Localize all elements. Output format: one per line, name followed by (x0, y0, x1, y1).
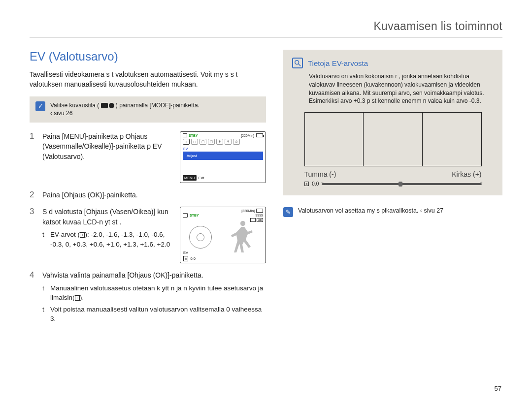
step-4-text: Vahvista valinta painamalla [Ohjaus (OK)… (42, 271, 203, 279)
sd-icon (183, 213, 188, 218)
figure-menu-screen: STBY [220Min] ± ◻ ▢ (180, 131, 266, 183)
fig1-bottom: MENU Exit (180, 173, 266, 183)
bullet-text: Voit poistaa manuaalisesti valitun valot… (50, 305, 266, 324)
mode-note-box: ✓ Valitse kuvaustila ( ) painamalla [MOD… (30, 96, 266, 123)
dark-label: Tumma (-) (304, 170, 336, 178)
slider-knob (399, 182, 402, 187)
step-body: Paina [MENU]-painiketta p Ohjaus (Vasemm… (42, 131, 174, 183)
bright-label: Kirkas (+) (452, 170, 481, 178)
chapter-title: Kuvaamisen lis toiminnot (30, 20, 502, 33)
menu-badge-icon: MENU (183, 175, 197, 181)
info-panel: Tietoja EV-arvosta Valotusarvo on valon … (283, 50, 502, 195)
right-column: Tietoja EV-arvosta Valotusarvo on valon … (283, 50, 502, 331)
exposure-scale-labels: Tumma (-) Kirkas (+) (304, 170, 482, 178)
step-body: Vahvista valinta painamalla [Ohjaus (OK)… (42, 270, 266, 324)
step-1: 1 Paina [MENU]-painiketta p Ohjaus (Vase… (30, 131, 266, 183)
ev-compensation-icon: ± (183, 256, 188, 261)
plus-icon: + (480, 180, 483, 186)
magnifier-icon (292, 58, 303, 68)
info-title: Tietoja EV-arvosta (308, 59, 368, 67)
silhouette-graphic (228, 218, 258, 256)
mode-note-suffix: ) painamalla [MODE]-painiketta. (116, 102, 200, 109)
arrow-right-icon: › (211, 235, 212, 240)
menu-item-adjust: Adjust (183, 152, 263, 160)
mode-icons (101, 103, 114, 108)
tab-icon: ⊙ (233, 139, 240, 145)
step-3-bullets: t EV-arvot (±): -2.0, -1.6, -1.3, -1.0, … (42, 230, 174, 249)
mode-note-ref: ‹ sivu 26 (50, 110, 72, 117)
sample-mid (364, 113, 423, 166)
ev-compensation-icon: ± (80, 232, 85, 238)
left-column: EV (Valotusarvo) Tavallisesti videokamer… (30, 50, 266, 331)
ev-values-prefix: EV-arvot ( (50, 231, 80, 238)
svg-point-0 (295, 61, 299, 64)
bullet-ev-values: t EV-arvot (±): -2.0, -1.6, -1.3, -1.0, … (42, 230, 174, 249)
page-number: 57 (495, 385, 501, 392)
step-number: 2 (30, 190, 36, 200)
ev-value: 0.0 (190, 256, 195, 261)
intro-text: Tavallisesti videokamera s t valotuksen … (30, 69, 266, 90)
step-body: Paina [Ohjaus (OK)]-painiketta. (42, 190, 266, 200)
note-icon: ✎ (283, 207, 293, 217)
nav-dial-icon: ‹ › (189, 226, 212, 249)
stby-label: STBY (190, 214, 199, 217)
exit-label: Exit (199, 176, 204, 180)
exposure-samples (304, 112, 482, 166)
bullet-marker: t (42, 305, 46, 324)
tab-icon: ▢ (208, 139, 215, 145)
bullet-marker: t (42, 283, 46, 303)
content-columns: EV (Valotusarvo) Tavallisesti videokamer… (30, 50, 502, 331)
footnote-text: Valotusarvon voi asettaa my s pikavaliko… (298, 207, 443, 214)
ev-bar-value: 0.0 (312, 181, 319, 187)
menu-item-ev: EV (180, 146, 266, 152)
ev-slider-bar: − + (322, 183, 481, 185)
ev-compensation-icon: ± (75, 295, 80, 301)
photo-mode-icon (109, 103, 114, 108)
step-3: 3 S d valotusta [Ohjaus (Vasen/Oikea)] k… (30, 207, 266, 263)
steps-list: 1 Paina [MENU]-painiketta p Ohjaus (Vase… (30, 131, 266, 324)
rec-time-label: [220Min] (241, 134, 254, 137)
step-3-text: S d valotusta [Ohjaus (Vasen/Oikea)] kun… (42, 208, 168, 225)
ev-label: EV (183, 250, 188, 255)
info-body: Valotusarvo on valon kokonaism r , jonka… (292, 72, 494, 105)
battery-icon (256, 209, 263, 213)
video-mode-icon (101, 103, 108, 108)
step-body: S d valotusta [Ohjaus (Vasen/Oikea)] kun… (42, 207, 174, 263)
stby-label: STBY (189, 134, 198, 137)
sd-icon (183, 133, 187, 137)
hd-badge: HD (257, 218, 263, 222)
step-2: 2 Paina [Ohjaus (OK)]-painiketta. (30, 190, 266, 200)
fig1-statusbar: STBY [220Min] (180, 132, 266, 139)
sample-bright (423, 113, 481, 166)
tab-ev-icon: ± (183, 139, 190, 145)
fig1-tabs: ± ◻ ▢ ▢ ✱ ⚘ ⊙ (180, 139, 266, 146)
check-icon: ✓ (35, 101, 45, 111)
mode-note-text: Valitse kuvaustila ( ) painamalla [MODE]… (50, 101, 200, 118)
step-number: 1 (30, 131, 36, 183)
battery-icon (256, 133, 263, 137)
shot-count-label: 9999 (255, 214, 263, 217)
mode-note-prefix: Valitse kuvaustila ( (50, 102, 99, 109)
figure-live-view: STBY [220Min] 9999 (180, 207, 266, 263)
svg-line-1 (299, 64, 300, 66)
tab-icon: ▢ (200, 139, 206, 145)
step-4: 4 Vahvista valinta painamalla [Ohjaus (O… (30, 270, 266, 324)
tab-icon: ✱ (216, 139, 223, 145)
bullet-item: t Manuaalinen valotusasetus otetaan k yt… (42, 283, 266, 303)
ev-compensation-icon: ± (304, 182, 309, 186)
ev-slider-row: ± 0.0 − + (304, 181, 482, 187)
step-number: 3 (30, 207, 36, 263)
bullet-item: t Voit poistaa manuaalisesti valitun val… (42, 305, 266, 324)
step-4-bullets: t Manuaalinen valotusasetus otetaan k yt… (42, 283, 266, 324)
sample-dark (305, 113, 364, 166)
minus-icon: − (321, 180, 324, 186)
arrow-left-icon: ‹ (189, 235, 190, 240)
footnote: ✎ Valotusarvon voi asettaa my s pikavali… (283, 207, 502, 217)
step-number: 4 (30, 270, 36, 324)
tab-icon: ◻ (191, 139, 198, 145)
section-title: EV (Valotusarvo) (30, 50, 266, 63)
bullet-marker: t (42, 230, 46, 249)
tab-icon: ⚘ (225, 139, 232, 145)
page-header: Kuvaamisen lis toiminnot (30, 20, 502, 37)
manual-page: Kuvaamisen lis toiminnot EV (Valotusarvo… (0, 0, 532, 406)
